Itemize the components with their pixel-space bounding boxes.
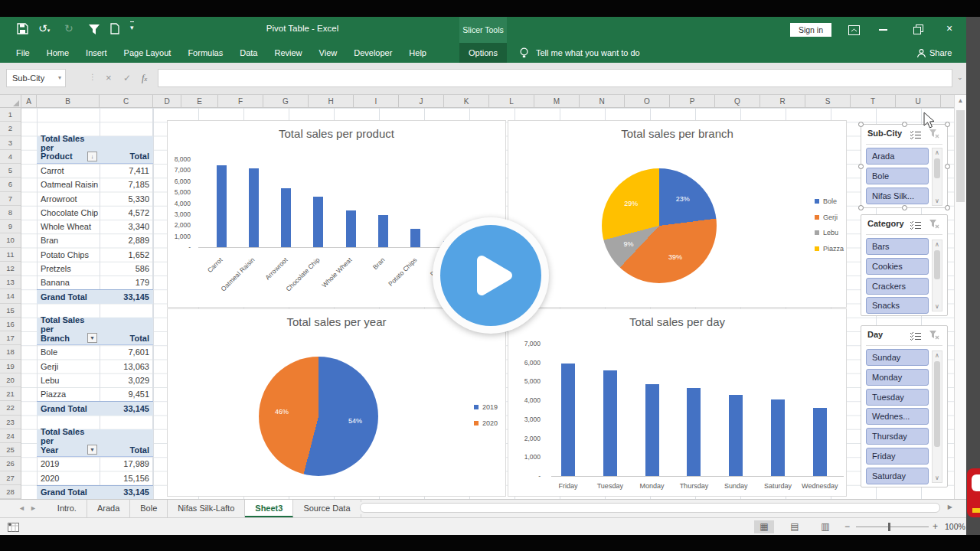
row-header[interactable]: 25 — [0, 443, 21, 457]
tab-page-layout[interactable]: Page Layout — [116, 43, 180, 63]
sheet-tab-bole[interactable]: Bole — [130, 500, 168, 517]
selection-handle[interactable] — [858, 122, 864, 127]
formula-input[interactable] — [158, 69, 952, 87]
row-header[interactable]: 3 — [0, 136, 21, 150]
column-header[interactable]: R — [760, 95, 805, 108]
column-header[interactable]: J — [399, 95, 444, 108]
tab-scroll-right-icon[interactable]: ► — [30, 500, 47, 517]
pivot-data-row[interactable]: Lebu3,029 — [37, 373, 153, 387]
column-header[interactable]: L — [489, 95, 534, 108]
row-header[interactable]: 15 — [0, 304, 21, 318]
slicer-day[interactable]: Day SundayMondayTuesdayWednes...Thursday… — [861, 325, 948, 487]
row-header[interactable]: 4 — [0, 150, 21, 164]
slicer-item-cookies[interactable]: Cookies — [866, 258, 929, 275]
new-doc-icon[interactable] — [110, 23, 119, 37]
scrollbar-thumb[interactable] — [934, 361, 940, 447]
column-header[interactable]: P — [670, 95, 715, 108]
channel-logo[interactable] — [967, 468, 980, 517]
slicer-item-nifas-silk-[interactable]: Nifas Silk... — [866, 187, 929, 204]
column-header[interactable]: U — [896, 95, 941, 108]
row-header[interactable]: 9 — [0, 220, 21, 233]
pivot-data-row[interactable]: Carrot7,411 — [37, 164, 153, 178]
slicer-scrollbar[interactable]: ∧ ∨ — [932, 350, 942, 483]
column-header[interactable]: M — [534, 95, 580, 108]
scroll-down-icon[interactable]: ∨ — [933, 197, 942, 204]
column-header[interactable]: O — [625, 95, 670, 108]
page-break-view-icon[interactable]: ▥ — [815, 520, 835, 533]
pivot-data-row[interactable]: Arrowroot5,330 — [37, 192, 153, 206]
column-header[interactable]: B — [37, 95, 100, 108]
filter-icon[interactable] — [89, 24, 100, 37]
tab-view[interactable]: View — [311, 43, 346, 63]
zoom-slider-track[interactable] — [856, 527, 929, 527]
sort-icon[interactable]: ↓ — [87, 152, 97, 161]
column-header[interactable]: H — [309, 95, 354, 108]
macro-record-icon[interactable] — [8, 521, 19, 535]
pivot-data-row[interactable]: Oatmeal Raisin7,185 — [37, 178, 153, 191]
row-header[interactable]: 23 — [0, 416, 21, 429]
row-header[interactable]: 10 — [0, 233, 21, 247]
save-icon[interactable] — [17, 23, 28, 37]
slicer-item-tuesday[interactable]: Tuesday — [866, 389, 929, 406]
tab-developer[interactable]: Developer — [345, 43, 400, 63]
scrollbar-thumb[interactable] — [956, 110, 965, 202]
row-header[interactable]: 13 — [0, 276, 21, 289]
cancel-icon[interactable]: × — [106, 72, 112, 83]
video-play-overlay[interactable] — [433, 217, 549, 334]
close-button[interactable]: × — [946, 22, 952, 34]
customize-qat-arrow[interactable]: ▾ — [130, 21, 134, 31]
pivot-data-row[interactable]: 201917,989 — [37, 457, 153, 471]
sheet-tab-arada[interactable]: Arada — [87, 500, 130, 517]
sign-in-button[interactable]: Sign in — [790, 23, 831, 37]
row-header[interactable]: 20 — [0, 373, 21, 387]
row-header[interactable]: 1 — [0, 108, 21, 122]
row-header[interactable]: 14 — [0, 289, 21, 303]
pivot-table-branch[interactable]: Total Sales perBranch▼TotalBole7,601Gerj… — [37, 318, 153, 416]
multi-select-icon[interactable] — [910, 330, 921, 344]
restore-button[interactable] — [913, 24, 923, 37]
sheet-tab-intro-[interactable]: Intro. — [47, 500, 87, 517]
name-box[interactable]: Sub-City ▾ — [6, 69, 66, 87]
row-header[interactable]: 28 — [0, 485, 21, 499]
chart-total-sales-per-day[interactable]: Total sales per day7,0006,0005,0004,0003… — [508, 308, 847, 497]
tell-me-box[interactable]: Tell me what you want to do — [536, 48, 640, 57]
undo-icon[interactable]: ↺▾ — [38, 22, 50, 34]
selection-handle[interactable] — [945, 205, 950, 210]
slicer-item-snacks[interactable]: Snacks — [866, 297, 929, 314]
column-header[interactable]: S — [805, 95, 851, 108]
row-header[interactable]: 12 — [0, 262, 21, 276]
row-header[interactable]: 19 — [0, 360, 21, 373]
tab-home[interactable]: Home — [38, 43, 77, 63]
row-header[interactable]: 21 — [0, 387, 21, 401]
column-header[interactable]: E — [181, 95, 218, 108]
tab-scroll-left-icon[interactable]: ◄ — [0, 500, 30, 517]
row-header[interactable]: 11 — [0, 248, 21, 262]
pivot-field-header[interactable]: Year▼ — [37, 445, 100, 455]
pivot-table-product[interactable]: Total Sales perProduct↓TotalCarrot7,411O… — [37, 136, 153, 304]
scroll-up-icon[interactable]: ∧ — [933, 352, 942, 359]
slicer-item-friday[interactable]: Friday — [866, 448, 929, 465]
tab-options[interactable]: Options — [459, 43, 507, 63]
column-header[interactable]: Q — [715, 95, 760, 108]
scrollbar-thumb[interactable] — [934, 158, 940, 178]
selection-handle[interactable] — [858, 164, 864, 169]
pivot-data-row[interactable]: Banana179 — [37, 276, 153, 289]
row-header[interactable]: 27 — [0, 471, 21, 485]
pivot-field-header[interactable]: Branch▼ — [37, 334, 100, 343]
pivot-data-row[interactable]: Bran2,889 — [37, 233, 153, 247]
minimize-button[interactable] — [879, 29, 887, 31]
pivot-data-row[interactable]: 202015,156 — [37, 471, 153, 485]
selection-handle[interactable] — [902, 205, 907, 210]
row-header[interactable]: 6 — [0, 178, 21, 191]
row-header[interactable]: 5 — [0, 164, 21, 178]
selection-handle[interactable] — [945, 122, 950, 127]
zoom-slider-thumb[interactable] — [888, 523, 890, 531]
clear-filter-icon[interactable] — [929, 219, 939, 233]
column-header[interactable]: F — [218, 95, 263, 108]
slicer-item-crackers[interactable]: Crackers — [866, 278, 929, 295]
row-header[interactable]: 26 — [0, 457, 21, 471]
tab-review[interactable]: Review — [266, 43, 310, 63]
clear-filter-icon[interactable] — [929, 330, 939, 344]
enter-icon[interactable]: ✓ — [123, 73, 131, 83]
scroll-down-icon[interactable]: ∨ — [933, 474, 942, 481]
